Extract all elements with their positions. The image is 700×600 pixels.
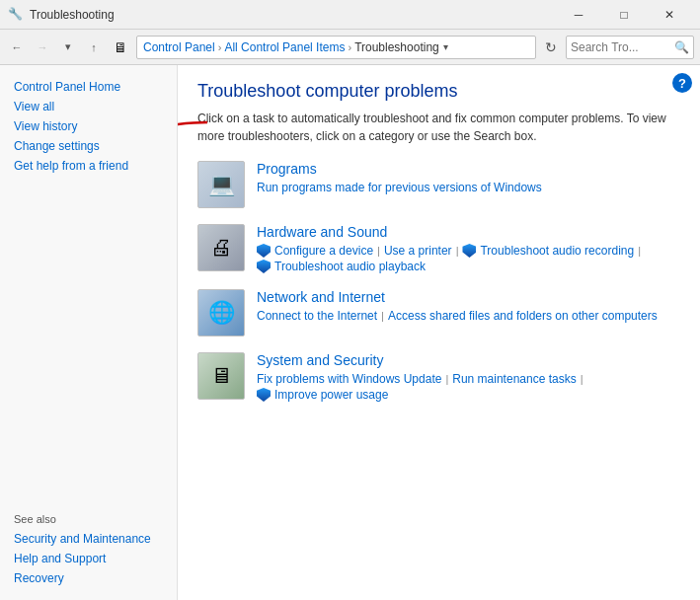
network-icon: 🌐 (197, 289, 245, 337)
minimize-button[interactable]: ─ (556, 0, 601, 30)
security-info: System and Security Fix problems with Wi… (257, 352, 680, 402)
programs-title[interactable]: Programs (257, 161, 680, 177)
content-description: Click on a task to automatically trouble… (197, 110, 680, 145)
network-link-internet[interactable]: Connect to the Internet (257, 309, 377, 323)
security-links: Fix problems with Windows Update | Run m… (257, 372, 680, 386)
address-icon: 🖥 (114, 39, 127, 55)
back-button[interactable]: ← (6, 37, 28, 58)
addressbar: ← → ▾ ↑ 🖥 Control Panel › All Control Pa… (0, 30, 700, 65)
sidebar-security-maintenance[interactable]: Security and Maintenance (0, 529, 177, 549)
shield-audio-play-icon (257, 260, 271, 273)
hardware-links: Configure a device | Use a printer | Tro… (257, 244, 680, 258)
programs-links: Run programs made for previous versions … (257, 181, 680, 194)
hardware-link-configure[interactable]: Configure a device (274, 244, 373, 258)
programs-link-previous[interactable]: Run programs made for previous versions … (257, 181, 542, 194)
shield-power-icon (257, 388, 271, 402)
up-button[interactable]: ↑ (83, 37, 105, 58)
search-box[interactable]: 🔍 (566, 36, 694, 59)
shield-audio-record-icon (462, 244, 476, 258)
forward-button[interactable]: → (32, 37, 53, 58)
hardware-link-printer[interactable]: Use a printer (384, 244, 452, 258)
sidebar-spacer (0, 176, 177, 505)
address-dropdown[interactable]: ▾ (443, 41, 448, 52)
maximize-button[interactable]: □ (601, 0, 647, 30)
sidebar-get-help[interactable]: Get help from a friend (0, 156, 177, 176)
address-control-panel[interactable]: Control Panel (143, 40, 215, 54)
titlebar-icon: 🔧 (8, 7, 24, 23)
security-link-windows-update[interactable]: Fix problems with Windows Update (257, 372, 441, 386)
hardware-link-audio-playback[interactable]: Troubleshoot audio playback (274, 260, 426, 273)
help-icon[interactable]: ? (672, 73, 692, 93)
dropdown-button[interactable]: ▾ (57, 37, 79, 58)
hardware-info: Hardware and Sound Configure a device | … (257, 224, 680, 273)
security-title[interactable]: System and Security (257, 352, 680, 368)
programs-info: Programs Run programs made for previous … (257, 161, 680, 194)
security-link-maintenance[interactable]: Run maintenance tasks (452, 372, 576, 386)
hardware-icon: 🖨 (197, 224, 245, 271)
close-button[interactable]: ✕ (647, 0, 692, 30)
network-title[interactable]: Network and Internet (257, 289, 680, 305)
security-link-power[interactable]: Improve power usage (274, 388, 388, 402)
hardware-links-2: Troubleshoot audio playback (257, 260, 680, 273)
content-title: Troubleshoot computer problems (197, 81, 680, 102)
search-input[interactable] (571, 40, 674, 54)
sidebar-recovery[interactable]: Recovery (0, 568, 177, 588)
search-icon: 🔍 (674, 40, 689, 54)
shield-configure-icon (257, 244, 271, 258)
hardware-link-audio-recording[interactable]: Troubleshoot audio recording (480, 244, 634, 258)
programs-icon: 💻 (197, 161, 245, 208)
security-links-2: Improve power usage (257, 388, 680, 402)
category-hardware: 🖨 Hardware and Sound Configure a device … (197, 224, 680, 273)
titlebar: 🔧 Troubleshooting ─ □ ✕ (0, 0, 700, 30)
network-links: Connect to the Internet | Access shared … (257, 309, 680, 323)
sidebar: Control Panel Home View all View history… (0, 65, 178, 600)
sidebar-view-history[interactable]: View history (0, 116, 177, 136)
hardware-title[interactable]: Hardware and Sound (257, 224, 680, 240)
sidebar-control-panel-home[interactable]: Control Panel Home (0, 77, 177, 97)
address-path[interactable]: Control Panel › All Control Panel Items … (136, 36, 536, 59)
see-also-label: See also (0, 505, 177, 529)
category-programs: 💻 Programs Run programs made for previou… (197, 161, 680, 208)
refresh-button[interactable]: ↻ (540, 37, 562, 58)
category-security: 🖥 System and Security Fix problems with … (197, 352, 680, 402)
address-current: Troubleshooting (354, 40, 439, 54)
address-all-items[interactable]: All Control Panel Items (224, 40, 345, 54)
category-network: 🌐 Network and Internet Connect to the In… (197, 289, 680, 337)
network-info: Network and Internet Connect to the Inte… (257, 289, 680, 323)
titlebar-controls: ─ □ ✕ (556, 0, 692, 30)
sidebar-change-settings[interactable]: Change settings (0, 136, 177, 156)
main-container: Control Panel Home View all View history… (0, 65, 700, 600)
content-area: ? Troubleshoot computer problems Click o… (178, 65, 700, 600)
security-icon: 🖥 (197, 352, 245, 400)
sidebar-view-all[interactable]: View all (0, 97, 177, 116)
titlebar-title: Troubleshooting (30, 8, 556, 22)
network-link-shared[interactable]: Access shared files and folders on other… (388, 309, 658, 323)
sidebar-help-support[interactable]: Help and Support (0, 549, 177, 568)
